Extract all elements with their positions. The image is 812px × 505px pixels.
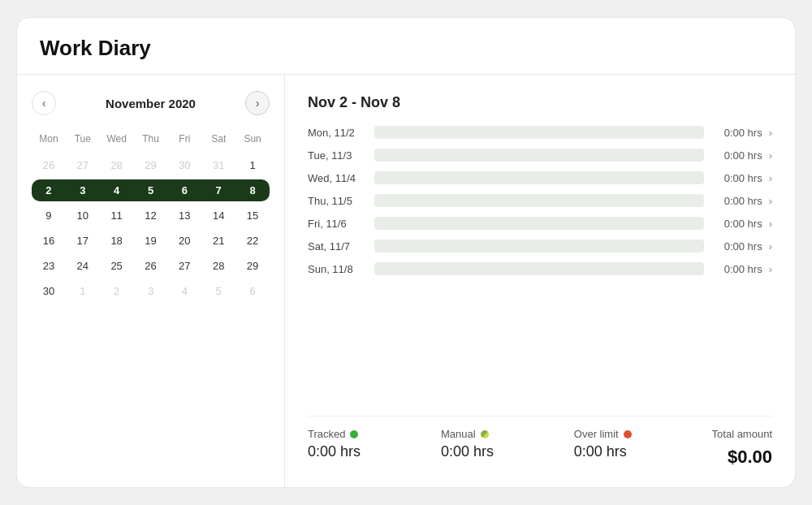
cal-day[interactable]: 9 [32, 205, 66, 227]
calendar-week-6[interactable]: 30 1 2 3 4 5 6 [32, 280, 270, 302]
overlimit-label-row: Over limit [574, 428, 632, 440]
cal-day[interactable]: 29 [134, 154, 168, 176]
manual-value: 0:00 hrs [441, 443, 494, 460]
cal-day[interactable]: 5 [201, 280, 235, 302]
chevron-right-icon[interactable]: › [769, 195, 772, 207]
work-diary-card: Work Diary ‹ November 2020 › Mon Tue Wed… [16, 17, 796, 488]
chevron-right-icon[interactable]: › [769, 218, 772, 230]
chevron-right-icon[interactable]: › [769, 240, 772, 252]
cal-day[interactable]: 18 [100, 230, 134, 252]
total-amount-stat: Total amount $0.00 [712, 428, 772, 468]
cal-day[interactable]: 25 [100, 255, 134, 277]
calendar-grid: Mon Tue Wed Thu Fri Sat Sun 26 27 28 29 … [32, 128, 270, 302]
diary-day-row-mon[interactable]: Mon, 11/2 0:00 hrs › [308, 126, 772, 139]
cal-day[interactable]: 22 [235, 230, 270, 252]
calendar-prev-button[interactable]: ‹ [32, 91, 56, 115]
cal-day[interactable]: 4 [167, 280, 201, 302]
cal-day[interactable]: 2 [100, 280, 134, 302]
cal-day[interactable]: 6 [235, 280, 270, 302]
diary-day-row-thu[interactable]: Thu, 11/5 0:00 hrs › [308, 194, 772, 207]
cal-day[interactable]: 1 [235, 154, 270, 176]
calendar-week-3[interactable]: 9 10 11 12 13 14 15 [32, 205, 270, 227]
cal-day[interactable]: 1 [66, 280, 100, 302]
diary-day-bar [374, 194, 704, 207]
cal-day[interactable]: 3 [134, 280, 168, 302]
tracked-dot-icon [350, 430, 358, 438]
cal-day[interactable]: 13 [167, 205, 201, 227]
cal-day[interactable]: 2 [32, 179, 66, 201]
calendar-panel: ‹ November 2020 › Mon Tue Wed Thu Fri Sa… [17, 75, 285, 487]
diary-day-label: Wed, 11/4 [308, 172, 365, 184]
manual-label-row: Manual [441, 428, 494, 440]
diary-day-row-sat[interactable]: Sat, 11/7 0:00 hrs › [308, 240, 772, 252]
diary-day-row-sun[interactable]: Sun, 11/8 0:00 hrs › [308, 262, 772, 275]
cal-day[interactable]: 3 [66, 179, 100, 201]
total-amount-label: Total amount [712, 428, 772, 440]
cal-day[interactable]: 5 [134, 179, 168, 201]
chevron-right-icon[interactable]: › [769, 127, 772, 139]
cal-day[interactable]: 30 [167, 154, 201, 176]
diary-day-bar [374, 262, 704, 275]
cal-day[interactable]: 20 [167, 230, 201, 252]
calendar-week-2-selected[interactable]: 2 3 4 5 6 7 8 [32, 179, 270, 201]
calendar-week-4[interactable]: 16 17 18 19 20 21 22 [32, 230, 270, 252]
cal-day[interactable]: 10 [66, 205, 100, 227]
diary-day-hours: 0:00 hrs [714, 263, 762, 275]
cal-day[interactable]: 31 [201, 154, 235, 176]
cal-day[interactable]: 29 [235, 255, 270, 277]
cal-day[interactable]: 23 [32, 255, 66, 277]
diary-day-bar [374, 126, 704, 139]
cal-day[interactable]: 24 [66, 255, 100, 277]
diary-day-label: Mon, 11/2 [308, 127, 365, 139]
cal-day[interactable]: 12 [134, 205, 168, 227]
cal-day[interactable]: 4 [100, 179, 134, 201]
diary-day-row-fri[interactable]: Fri, 11/6 0:00 hrs › [308, 217, 772, 230]
diary-footer: Tracked 0:00 hrs Manual 0:00 hrs Over li… [308, 416, 772, 468]
cal-day[interactable]: 14 [201, 205, 235, 227]
cal-day[interactable]: 17 [66, 230, 100, 252]
cal-day[interactable]: 6 [167, 179, 201, 201]
calendar-header: ‹ November 2020 › [32, 91, 270, 115]
manual-stat: Manual 0:00 hrs [441, 428, 494, 460]
cal-day[interactable]: 11 [100, 205, 134, 227]
cal-day[interactable]: 19 [134, 230, 168, 252]
chevron-right-icon[interactable]: › [769, 149, 772, 162]
diary-day-hours: 0:00 hrs [714, 172, 762, 184]
diary-day-label: Fri, 11/6 [308, 218, 365, 230]
diary-day-label: Sat, 11/7 [308, 240, 365, 252]
cal-day[interactable]: 27 [167, 255, 201, 277]
cal-day[interactable]: 16 [32, 230, 66, 252]
cal-header-fri: Fri [167, 128, 201, 151]
page-title: Work Diary [40, 36, 772, 61]
card-body: ‹ November 2020 › Mon Tue Wed Thu Fri Sa… [17, 75, 795, 487]
calendar-week-5[interactable]: 23 24 25 26 27 28 29 [32, 255, 270, 277]
manual-dot-icon [481, 430, 489, 438]
tracked-value: 0:00 hrs [308, 443, 361, 460]
diary-day-bar [374, 149, 704, 162]
diary-day-bar [374, 240, 704, 252]
chevron-right-icon[interactable]: › [769, 172, 772, 184]
calendar-week-1[interactable]: 26 27 28 29 30 31 1 [32, 154, 270, 176]
cal-day[interactable]: 8 [235, 179, 270, 201]
overlimit-dot-icon [624, 430, 632, 438]
diary-day-row-wed[interactable]: Wed, 11/4 0:00 hrs › [308, 171, 772, 184]
cal-day[interactable]: 27 [66, 154, 100, 176]
manual-label-text: Manual [441, 428, 476, 440]
cal-day[interactable]: 28 [201, 255, 235, 277]
cal-day[interactable]: 30 [32, 280, 66, 302]
diary-date-range: Nov 2 - Nov 8 [308, 94, 772, 111]
cal-day[interactable]: 21 [201, 230, 235, 252]
cal-day[interactable]: 26 [134, 255, 168, 277]
diary-day-row-tue[interactable]: Tue, 11/3 0:00 hrs › [308, 149, 772, 162]
diary-day-hours: 0:00 hrs [714, 149, 762, 162]
tracked-stat: Tracked 0:00 hrs [308, 428, 361, 460]
calendar-next-button[interactable]: › [245, 91, 270, 115]
cal-day[interactable]: 15 [235, 205, 270, 227]
cal-day[interactable]: 28 [100, 154, 134, 176]
diary-day-label: Tue, 11/3 [308, 149, 365, 162]
chevron-right-icon[interactable]: › [769, 263, 772, 275]
cal-day[interactable]: 7 [201, 179, 235, 201]
overlimit-value: 0:00 hrs [574, 443, 632, 460]
diary-day-bar [374, 217, 704, 230]
cal-day[interactable]: 26 [32, 154, 66, 176]
